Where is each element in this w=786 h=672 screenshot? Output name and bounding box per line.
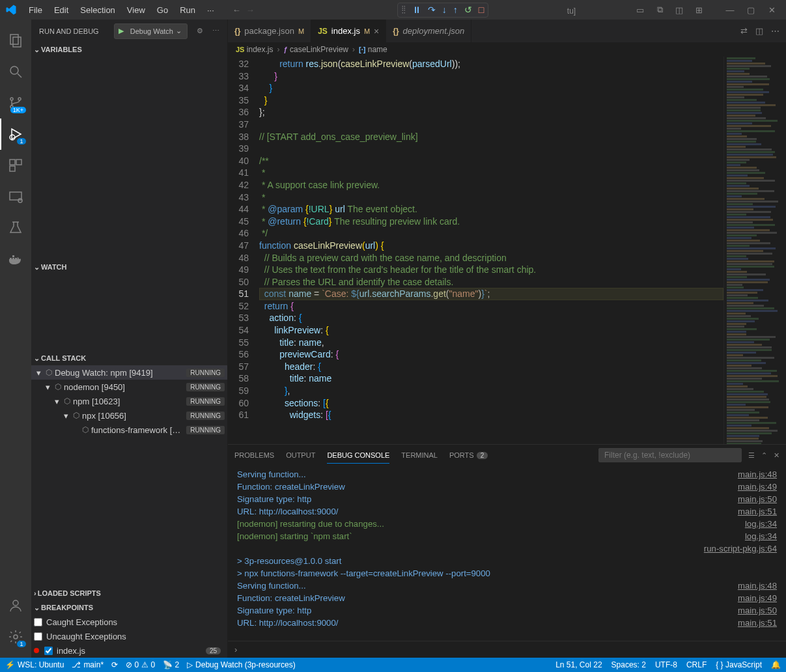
menu-file[interactable]: File — [23, 3, 48, 18]
debug-control-3[interactable]: ↓ — [442, 5, 447, 15]
variables-section[interactable]: ⌄VARIABLES — [31, 42, 227, 57]
debug-control-4[interactable]: ↑ — [453, 5, 458, 15]
ports-status[interactable]: 📡 2 — [163, 660, 179, 669]
git-sync[interactable]: ⟳ — [111, 660, 118, 669]
callstack-item[interactable]: ⬡functions-framework [106…RUNNING — [31, 423, 227, 437]
activity-docker[interactable] — [0, 244, 31, 275]
breakpoint-item[interactable]: Caught Exceptions — [31, 615, 227, 629]
panel-tab-problems[interactable]: PROBLEMS — [234, 447, 274, 463]
breadcrumb-segment[interactable]: ƒ caseLinkPreview — [284, 45, 349, 54]
more-icon[interactable]: ⋯ — [212, 27, 219, 35]
breakpoint-checkbox[interactable] — [44, 647, 53, 655]
source-link[interactable]: main.js:51 — [738, 617, 777, 629]
source-link[interactable]: run-script-pkg.js:64 — [704, 542, 777, 555]
panel-tab-output[interactable]: OUTPUT — [286, 447, 315, 463]
menu-···[interactable]: ··· — [202, 3, 219, 18]
loaded-scripts-section[interactable]: ›LOADED SCRIPTS — [31, 586, 227, 600]
menu-selection[interactable]: Selection — [75, 3, 120, 18]
tab-deployment.json[interactable]: {}deployment.json — [386, 20, 471, 42]
breadcrumb-segment[interactable]: JS index.js — [236, 45, 274, 54]
minimize-icon[interactable]: — — [721, 3, 739, 17]
breakpoint-checkbox[interactable] — [34, 632, 42, 641]
breadcrumb-segment[interactable]: [·] name — [359, 45, 387, 54]
activity-scm[interactable]: 1K+ — [0, 87, 31, 119]
code-content[interactable]: return res.json(caseLinkPreview(parsedUr… — [259, 57, 723, 444]
remote-indicator[interactable]: ⚡ WSL: Ubuntu — [5, 660, 64, 669]
layout-icon-2[interactable]: ◫ — [670, 3, 688, 17]
layout-icon-1[interactable]: ⧉ — [651, 3, 669, 17]
breadcrumb[interactable]: JS index.js›ƒ caseLinkPreview›[·] name — [228, 42, 786, 57]
debug-console-input[interactable]: › — [228, 641, 786, 658]
source-link[interactable]: main.js:48 — [738, 468, 777, 481]
source-link[interactable]: main.js:48 — [738, 580, 777, 592]
close-icon[interactable]: ✕ — [763, 3, 781, 17]
source-link[interactable]: log.js:34 — [745, 530, 777, 542]
indentation[interactable]: Spaces: 2 — [611, 660, 646, 669]
minimap[interactable] — [723, 57, 786, 444]
source-link[interactable]: main.js:51 — [738, 505, 777, 518]
collapse-icon[interactable]: ⌃ — [761, 451, 767, 460]
tab-index.js[interactable]: JSindex.jsM× — [311, 20, 386, 42]
activity-explorer[interactable] — [0, 25, 31, 56]
debug-control-0[interactable]: ⦙⦙ — [402, 5, 406, 16]
callstack-item[interactable]: ▾⬡npm [10623]RUNNING — [31, 394, 227, 408]
tab-package.json[interactable]: {}package.jsonM — [228, 20, 311, 42]
split-icon[interactable]: ◫ — [755, 26, 763, 36]
source-link[interactable]: main.js:50 — [738, 493, 777, 505]
activity-remote[interactable] — [0, 181, 31, 212]
menu-view[interactable]: View — [122, 3, 150, 18]
callstack-item[interactable]: ▾⬡nodemon [9450]RUNNING — [31, 380, 227, 394]
source-link[interactable]: main.js:49 — [738, 592, 777, 604]
nav-fwd-icon[interactable]: → — [246, 5, 255, 15]
problems-status[interactable]: ⊘ 0 ⚠ 0 — [126, 660, 155, 669]
debug-control-6[interactable]: □ — [479, 5, 484, 15]
source-link[interactable]: main.js:49 — [738, 481, 777, 493]
nav-back-icon[interactable]: ← — [232, 5, 241, 15]
code-editor[interactable]: 3233343536373839404142434445464748495051… — [228, 57, 786, 444]
activity-search[interactable] — [0, 56, 31, 87]
gear-icon[interactable]: ⚙ — [197, 27, 203, 35]
maximize-icon[interactable]: ▢ — [742, 3, 760, 17]
cursor-position[interactable]: Ln 51, Col 22 — [555, 660, 602, 669]
activity-accounts[interactable] — [0, 590, 31, 621]
encoding[interactable]: UTF-8 — [655, 660, 677, 669]
source-link[interactable]: main.js:50 — [738, 604, 777, 617]
activity-settings[interactable]: 1 — [0, 621, 31, 652]
close-icon[interactable]: × — [374, 26, 379, 36]
notifications-icon[interactable]: 🔔 — [771, 660, 781, 669]
activity-test[interactable] — [0, 212, 31, 244]
debug-control-2[interactable]: ↷ — [428, 5, 436, 15]
menu-go[interactable]: Go — [152, 3, 173, 18]
debug-console-output[interactable]: Serving function...main.js:48Function: c… — [228, 466, 786, 641]
debug-filter-input[interactable] — [598, 448, 742, 462]
close-panel-icon[interactable]: ✕ — [774, 451, 779, 460]
filter-icon[interactable]: ☰ — [748, 451, 755, 460]
eol[interactable]: CRLF — [686, 660, 707, 669]
panel-tab-terminal[interactable]: TERMINAL — [401, 447, 438, 463]
layout-icon-0[interactable]: ▭ — [631, 3, 649, 17]
menu-run[interactable]: Run — [175, 3, 201, 18]
menu-edit[interactable]: Edit — [49, 3, 74, 18]
breakpoint-item[interactable]: index.js25 — [31, 643, 227, 658]
debug-control-5[interactable]: ↺ — [464, 5, 472, 15]
debug-status[interactable]: ▷ Debug Watch (3p-resources) — [187, 660, 296, 669]
breakpoint-checkbox[interactable] — [34, 618, 42, 626]
source-link[interactable]: log.js:34 — [745, 518, 777, 530]
layout-icon-3[interactable]: ⊞ — [690, 3, 708, 17]
debug-control-1[interactable]: ⏸ — [412, 5, 421, 15]
callstack-item[interactable]: ▾⬡Debug Watch: npm [9419]RUNNING — [31, 365, 227, 380]
debug-start-dropdown[interactable]: ▶ Debug Watch⌄ — [114, 23, 188, 39]
panel-tab-debug-console[interactable]: DEBUG CONSOLE — [327, 447, 389, 464]
compare-icon[interactable]: ⇄ — [740, 26, 748, 36]
watch-section[interactable]: ⌄WATCH — [31, 260, 227, 274]
panel-tab-ports[interactable]: PORTS2 — [449, 447, 488, 463]
start-debug-icon[interactable]: ▶ — [115, 27, 128, 35]
callstack-item[interactable]: ▾⬡npx [10656]RUNNING — [31, 408, 227, 423]
more-icon[interactable]: ⋯ — [771, 26, 779, 36]
activity-extensions[interactable] — [0, 150, 31, 181]
breakpoint-item[interactable]: Uncaught Exceptions — [31, 629, 227, 643]
activity-debug[interactable]: 1 — [0, 119, 31, 150]
breakpoints-section[interactable]: ⌄BREAKPOINTS — [31, 600, 227, 615]
debug-floating-toolbar[interactable]: ⦙⦙⏸↷↓↑↺□ — [397, 3, 488, 18]
callstack-section[interactable]: ⌄CALL STACK — [31, 351, 227, 365]
